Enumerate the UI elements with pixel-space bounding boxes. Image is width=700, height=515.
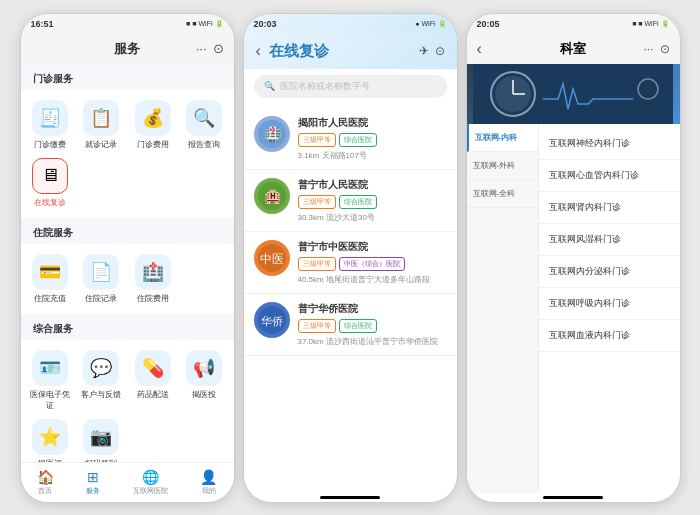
nav-service[interactable]: ⊞ 服务 bbox=[86, 469, 100, 496]
scan-icon: 📷 bbox=[83, 419, 119, 455]
inrecord-label: 住院记录 bbox=[85, 293, 117, 304]
status-bar-1: 16:51 ■ ■ WiFi 🔋 bbox=[21, 14, 234, 34]
more-icon[interactable]: ··· bbox=[196, 41, 207, 56]
svg-text:中医: 中医 bbox=[260, 252, 284, 266]
home-indicator-3 bbox=[543, 496, 603, 499]
nav-profile[interactable]: 👤 我的 bbox=[200, 469, 217, 496]
tag-level-4: 三级甲等 bbox=[298, 319, 336, 333]
hospital-item-3[interactable]: 中医 普宁市中医医院 三级甲等 中医（综合）医院 40.5km 地尾街道普宁大道… bbox=[244, 232, 457, 294]
profile-nav-icon: 👤 bbox=[200, 469, 217, 485]
hospital-tags-1: 三级甲等 综合医院 bbox=[298, 133, 447, 147]
dept-item-2[interactable]: 互联网肾内科门诊 bbox=[539, 192, 680, 224]
phone3-title: 科室 bbox=[560, 40, 586, 58]
hospital-name-2: 普宁市人民医院 bbox=[298, 178, 447, 192]
back-button-3[interactable]: ‹ bbox=[477, 40, 482, 58]
phone-3: 20:05 ■ ■ WiFi 🔋 ‹ 科室 ··· ⊙ 互联网-内科 bbox=[466, 13, 681, 503]
service-inrecord[interactable]: 📄 住院记录 bbox=[76, 250, 127, 308]
status-time-2: 20:03 bbox=[254, 19, 277, 29]
dept-sidebar-item-2[interactable]: 互联网-全科 bbox=[467, 180, 538, 208]
nav-home-label: 首页 bbox=[38, 486, 52, 496]
dept-sidebar-item-0[interactable]: 互联网-内科 bbox=[467, 124, 538, 152]
hospital-info-1: 揭阳市人民医院 三级甲等 综合医院 3.1km 天福路107号 bbox=[298, 116, 447, 161]
hospital-dist-1: 3.1km 天福路107号 bbox=[298, 150, 447, 161]
dept-item-5[interactable]: 互联网呼吸内科门诊 bbox=[539, 288, 680, 320]
hospital-name-4: 普宁华侨医院 bbox=[298, 302, 447, 316]
phone2-search-bar[interactable]: 🔍 医院名称或名称数字号 bbox=[254, 75, 447, 98]
report-icon: 🔍 bbox=[186, 100, 222, 136]
tag-level-1: 三级甲等 bbox=[298, 133, 336, 147]
phone1-title: 服务 bbox=[114, 40, 140, 58]
phone1-header-icons: ··· ⊙ bbox=[196, 41, 224, 56]
service-invest[interactable]: 📢 揭医投 bbox=[178, 346, 229, 415]
service-scan[interactable]: 📷 扫码签到 bbox=[76, 415, 127, 462]
hospital-name-3: 普宁市中医医院 bbox=[298, 240, 447, 254]
service-recharge[interactable]: 💳 住院充值 bbox=[25, 250, 76, 308]
service-incost[interactable]: 🏥 住院费用 bbox=[127, 250, 178, 308]
section-general: 综合服务 bbox=[21, 314, 234, 340]
svg-text:华侨: 华侨 bbox=[261, 315, 283, 327]
report-label: 报告查询 bbox=[188, 139, 220, 150]
dept-item-3[interactable]: 互联网风湿科门诊 bbox=[539, 224, 680, 256]
hospital-item-2[interactable]: 🏨 普宁市人民医院 三级甲等 综合医院 30.3km 流沙大道30号 bbox=[244, 170, 457, 232]
home-icon: 🏠 bbox=[37, 469, 54, 485]
phone1-header: 服务 ··· ⊙ bbox=[21, 34, 234, 64]
tag-type-4: 综合医院 bbox=[339, 319, 377, 333]
phone3-banner bbox=[467, 64, 680, 124]
phone1-content: 门诊服务 🧾 门诊缴费 📋 就诊记录 💰 门诊费用 🔍 报告查询 🖥 在线复诊 bbox=[21, 64, 234, 462]
target-icon-3[interactable]: ⊙ bbox=[660, 42, 670, 56]
dept-item-6[interactable]: 互联网血液内科门诊 bbox=[539, 320, 680, 352]
phone1-bottom-nav: 🏠 首页 ⊞ 服务 🌐 互联网医院 👤 我的 bbox=[21, 462, 234, 502]
hospital-tags-3: 三级甲等 中医（综合）医院 bbox=[298, 257, 447, 271]
phone2-main-title: 在线复诊 bbox=[269, 42, 419, 61]
target-icon-2[interactable]: ⊙ bbox=[435, 44, 445, 58]
service-feedback[interactable]: 💬 客户与反馈 bbox=[76, 346, 127, 415]
tag-type-1: 综合医院 bbox=[339, 133, 377, 147]
service-report[interactable]: 🔍 报告查询 bbox=[178, 96, 229, 154]
service-cost[interactable]: 💰 门诊费用 bbox=[127, 96, 178, 154]
hospital-list: 🏥 揭阳市人民医院 三级甲等 综合医院 3.1km 天福路107号 🏨 普宁市人… bbox=[244, 104, 457, 493]
delivery-label: 药品配送 bbox=[137, 389, 169, 400]
general-grid: 🪪 医保电子凭证 💬 客户与反馈 💊 药品配送 📢 揭医投 ⭐ 揭医评 📷 bbox=[21, 340, 234, 462]
record-label: 就诊记录 bbox=[85, 139, 117, 150]
service-record[interactable]: 📋 就诊记录 bbox=[76, 96, 127, 154]
target-icon[interactable]: ⊙ bbox=[213, 41, 224, 56]
dept-sidebar-item-1[interactable]: 互联网-外科 bbox=[467, 152, 538, 180]
hospital-name-1: 揭阳市人民医院 bbox=[298, 116, 447, 130]
online-consult-icon: 🖥 bbox=[32, 158, 68, 194]
service-payment[interactable]: 🧾 门诊缴费 bbox=[25, 96, 76, 154]
service-online-consult[interactable]: 🖥 在线复诊 bbox=[25, 154, 76, 212]
phone3-header-icons: ··· ⊙ bbox=[643, 42, 669, 56]
nav-home[interactable]: 🏠 首页 bbox=[37, 469, 54, 496]
hospital-avatar-2: 🏨 bbox=[254, 178, 290, 214]
hospital-avatar-4: 华侨 bbox=[254, 302, 290, 338]
service-delivery[interactable]: 💊 药品配送 bbox=[127, 346, 178, 415]
hospital-item-1[interactable]: 🏥 揭阳市人民医院 三级甲等 综合医院 3.1km 天福路107号 bbox=[244, 108, 457, 170]
status-time-1: 16:51 bbox=[31, 19, 54, 29]
hospital-dist-3: 40.5km 地尾街道普宁大道多年山路段 bbox=[298, 274, 447, 285]
service-review[interactable]: ⭐ 揭医评 bbox=[25, 415, 76, 462]
incost-label: 住院费用 bbox=[137, 293, 169, 304]
search-icon: 🔍 bbox=[264, 81, 275, 91]
nav-hospital[interactable]: 🌐 互联网医院 bbox=[133, 469, 168, 496]
record-icon: 📋 bbox=[83, 100, 119, 136]
feedback-icon: 💬 bbox=[83, 350, 119, 386]
hospital-info-2: 普宁市人民医院 三级甲等 综合医院 30.3km 流沙大道30号 bbox=[298, 178, 447, 223]
more-icon-3[interactable]: ··· bbox=[643, 42, 653, 56]
phone2-title-area: 在线复诊 bbox=[261, 42, 419, 61]
section-outpatient: 门诊服务 bbox=[21, 64, 234, 90]
tag-level-2: 三级甲等 bbox=[298, 195, 336, 209]
phone2-header: ‹ 在线复诊 ✈ ⊙ bbox=[244, 34, 457, 69]
dept-item-4[interactable]: 互联网内分泌科门诊 bbox=[539, 256, 680, 288]
hospital-info-4: 普宁华侨医院 三级甲等 综合医院 37.0km 流沙西街道汕平普宁市华侨医院 bbox=[298, 302, 447, 347]
service-medical-card[interactable]: 🪪 医保电子凭证 bbox=[25, 346, 76, 415]
cost-label: 门诊费用 bbox=[137, 139, 169, 150]
svg-text:🏨: 🏨 bbox=[263, 188, 281, 205]
hospital-item-4[interactable]: 华侨 普宁华侨医院 三级甲等 综合医院 37.0km 流沙西街道汕平普宁市华侨医… bbox=[244, 294, 457, 356]
status-bar-2: 20:03 ● WiFi 🔋 bbox=[244, 14, 457, 34]
status-bar-3: 20:05 ■ ■ WiFi 🔋 bbox=[467, 14, 680, 34]
dept-main: 互联网神经内科门诊 互联网心血管内科门诊 互联网肾内科门诊 互联网风湿科门诊 互… bbox=[539, 124, 680, 493]
dept-item-1[interactable]: 互联网心血管内科门诊 bbox=[539, 160, 680, 192]
dept-item-0[interactable]: 互联网神经内科门诊 bbox=[539, 128, 680, 160]
cost-icon: 💰 bbox=[135, 100, 171, 136]
dept-layout: 互联网-内科 互联网-外科 互联网-全科 互联网神经内科门诊 互联网心血管内科门… bbox=[467, 124, 680, 493]
